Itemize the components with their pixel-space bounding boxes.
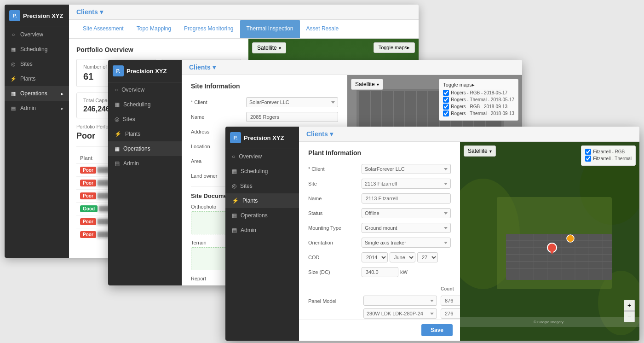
- sidebar-item-scheduling2[interactable]: ▦ Scheduling: [108, 97, 182, 112]
- sidebar-item-admin1[interactable]: ▤ Admin ▸: [5, 101, 69, 116]
- toggle-label-fitz-1: Fitzarrell - Thermal: [593, 156, 632, 161]
- toggle-item-0: Rogers - RGB - 2018-05-17: [443, 90, 514, 96]
- panel-model-select-1[interactable]: 280W LDK LDK-280P-24: [363, 308, 437, 319]
- toggle-menu3: Fitzarrell - RGB Fitzarrell - Thermal: [581, 145, 636, 166]
- sidebar-item-sites3[interactable]: ◎ Sites: [225, 179, 299, 193]
- name-input3[interactable]: [362, 193, 451, 203]
- form-row-size3: Size (DC) kW: [308, 267, 451, 277]
- tab-site-assessment1[interactable]: Site Assessment: [76, 20, 130, 38]
- satellite-arrow3: ▾: [489, 149, 492, 154]
- sidebar2: P. Precision XYZ ○ Overview ▦ Scheduling…: [108, 60, 182, 285]
- sidebar-label-overview1: Overview: [20, 31, 43, 38]
- panel-model-select-0[interactable]: [363, 296, 437, 306]
- site-select3[interactable]: 2113 Fitzarrell: [362, 179, 451, 189]
- zoom-in-button[interactable]: +: [624, 300, 635, 311]
- tab-progress-monitoring1[interactable]: Progress Monitoring: [178, 20, 240, 38]
- sidebar-item-operations3[interactable]: ▦ Operations: [225, 208, 299, 223]
- tab-asset-resale1[interactable]: Asset Resale: [300, 20, 345, 38]
- plants-icon2: ⚡: [115, 131, 121, 137]
- panel-table-wrap: Count +: [362, 282, 460, 319]
- sites-icon2: ◎: [115, 116, 119, 122]
- form-row-mounting3: Mounting Type Ground mount: [308, 223, 451, 233]
- overview-icon1: ○: [10, 32, 17, 37]
- sidebar-item-admin2[interactable]: ▤ Admin: [108, 156, 182, 171]
- cod-year-select[interactable]: 2014: [362, 252, 388, 262]
- toggle-checkbox-2[interactable]: [443, 104, 449, 110]
- admin-icon3: ▤: [232, 227, 237, 233]
- name-input2[interactable]: [246, 112, 338, 122]
- toggle-label-3: Rogers - Thermal - 2018-09-13: [451, 111, 514, 116]
- operations-arrow1: ▸: [61, 91, 63, 96]
- panel-model-section: Panel Model Count +: [308, 282, 451, 319]
- sidebar-item-operations1[interactable]: ▦ Operations ▸: [5, 86, 69, 101]
- client-label2: * Client: [191, 99, 242, 105]
- tab-topo-mapping1[interactable]: Topo Mapping: [130, 20, 178, 38]
- satellite-button1[interactable]: Satellite ▾: [252, 42, 286, 53]
- top-bar2: Clients ▾: [182, 60, 522, 75]
- sidebar-label-sites1: Sites: [20, 61, 33, 67]
- table-row: −: [362, 294, 460, 308]
- satellite-arrow1: ▾: [279, 46, 281, 51]
- clients-label3: Clients: [306, 130, 328, 138]
- toggle-checkbox-0[interactable]: [443, 90, 449, 96]
- table-cell: [362, 294, 439, 308]
- client-select3[interactable]: SolarForever LLC: [362, 164, 451, 174]
- scheduling-icon2: ▦: [115, 101, 120, 108]
- save-button[interactable]: Save: [421, 324, 453, 336]
- size-unit3: kW: [400, 269, 408, 275]
- top-bar1: Clients ▾: [69, 5, 419, 20]
- sidebar-item-overview1[interactable]: ○ Overview: [5, 27, 69, 42]
- status-badge: Poor: [80, 192, 96, 199]
- clients-button2[interactable]: Clients ▾: [189, 64, 216, 71]
- sidebar-item-sites1[interactable]: ◎ Sites: [5, 57, 69, 71]
- sidebar-item-plants3[interactable]: ⚡ Plants: [225, 193, 299, 208]
- sidebar-item-operations2[interactable]: ▦ Operations: [108, 141, 182, 156]
- map-container3: © Google Imagery Satellite ▾ Fitzarrell …: [460, 142, 639, 341]
- mounting-select3[interactable]: Ground mount: [362, 223, 451, 233]
- toggle-maps-button1[interactable]: Toggle maps▸: [374, 42, 415, 53]
- cod-day-select[interactable]: 27: [417, 252, 438, 262]
- status-select3[interactable]: Offline: [362, 208, 451, 218]
- toggle-menu-title2[interactable]: Toggle maps▸: [443, 82, 514, 88]
- satellite-button3[interactable]: Satellite ▾: [464, 145, 496, 157]
- toggle-checkbox-fitz-1[interactable]: [585, 156, 591, 162]
- satellite-button2[interactable]: Satellite ▾: [351, 79, 383, 90]
- client-select2[interactable]: SolarForever LLC: [246, 97, 338, 107]
- toggle-checkbox-1[interactable]: [443, 97, 449, 103]
- overview-icon3: ○: [232, 153, 235, 160]
- client-label3: * Client: [308, 166, 359, 172]
- table-cell: [439, 294, 460, 308]
- sidebar-item-overview2[interactable]: ○ Overview: [108, 82, 182, 97]
- sidebar-item-plants2[interactable]: ⚡ Plants: [108, 127, 182, 141]
- toggle-checkbox-fitz-0[interactable]: [585, 149, 591, 155]
- sidebar-label-plants2: Plants: [125, 131, 140, 137]
- sidebar-label-sites3: Sites: [240, 183, 253, 189]
- sidebar-item-plants1[interactable]: ⚡ Plants: [5, 71, 69, 86]
- cod-month-select[interactable]: June: [390, 252, 415, 262]
- tab-thermal-inspection1[interactable]: Thermal Inspection: [240, 20, 300, 38]
- clients-button1[interactable]: Clients ▾: [76, 8, 103, 16]
- toggle-checkbox-3[interactable]: [443, 110, 449, 116]
- admin-icon1: ▤: [10, 105, 17, 111]
- panel-count-input-0[interactable]: [441, 296, 460, 306]
- app-name1: Precision XYZ: [23, 12, 63, 19]
- zoom-out-button[interactable]: −: [624, 311, 635, 322]
- panel-count-input-1[interactable]: [441, 308, 460, 319]
- table-row: 280W LDK LDK-280P-24 −: [362, 307, 460, 319]
- nav-tabs1: Site Assessment Topo Mapping Progress Mo…: [69, 20, 419, 39]
- sidebar-item-scheduling3[interactable]: ▦ Scheduling: [225, 164, 299, 179]
- clients-button3[interactable]: Clients ▾: [306, 130, 333, 138]
- clients-label1: Clients: [76, 8, 98, 16]
- sidebar-item-scheduling1[interactable]: ▦ Scheduling: [5, 42, 69, 57]
- sidebar-label-scheduling3: Scheduling: [241, 168, 268, 174]
- toggle-label-2: Rogers - RGB - 2018-09-13: [451, 104, 507, 109]
- toggle-item-2: Rogers - RGB - 2018-09-13: [443, 104, 514, 110]
- form-row-client3: * Client SolarForever LLC: [308, 164, 451, 174]
- sidebar-item-sites2[interactable]: ◎ Sites: [108, 112, 182, 127]
- clients-label2: Clients: [189, 64, 211, 71]
- orientation-select3[interactable]: Single axis tracker: [362, 238, 451, 248]
- sidebar-item-overview3[interactable]: ○ Overview: [225, 149, 299, 164]
- size-input3[interactable]: [362, 267, 398, 277]
- plants-icon3: ⚡: [232, 198, 239, 204]
- sidebar-item-admin3[interactable]: ▤ Admin: [225, 223, 299, 238]
